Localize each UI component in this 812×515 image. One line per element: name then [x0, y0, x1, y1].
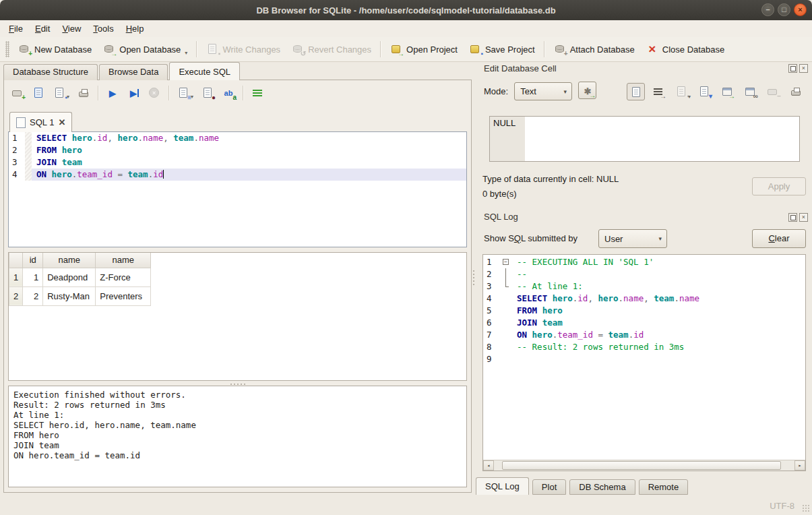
code-line: 3-- At line 1: — [483, 280, 805, 293]
line-number: 2 — [483, 268, 501, 280]
float-panel-icon[interactable] — [788, 64, 797, 73]
fold-margin — [501, 317, 512, 329]
sql-editor-tab[interactable]: SQL 1 ✕ — [9, 112, 72, 132]
export-cell-data-button[interactable]: → — [718, 83, 737, 100]
text-mode-button[interactable] — [627, 83, 645, 100]
sql-editor[interactable]: 1SELECT hero.id, hero.name, team.name2FR… — [8, 131, 467, 247]
find-button[interactable]: ● — [201, 86, 214, 100]
horizontal-scrollbar[interactable]: ◂ ▸ — [483, 460, 805, 471]
execution-log[interactable]: Execution finished without errors. Resul… — [8, 386, 467, 487]
clear-log-button[interactable]: Clear — [752, 229, 806, 248]
close-panel-icon[interactable]: × — [799, 213, 808, 222]
toolbar-label: Write Changes — [222, 44, 280, 55]
line-number: 4 — [9, 169, 25, 181]
results-table: idnamename11DeadpondZ-Force22Rusty-ManPr… — [9, 253, 151, 306]
title-bar[interactable]: DB Browser for SQLite - /home/user/code/… — [0, 0, 812, 20]
scroll-left-icon[interactable]: ◂ — [483, 460, 494, 471]
save-project-button[interactable]: ▪Save Project — [463, 40, 540, 59]
collapse-icon[interactable]: − — [503, 259, 509, 265]
maximize-button[interactable]: □ — [778, 3, 790, 16]
new-database-button[interactable]: +New Database — [12, 40, 97, 59]
chevron-down-icon[interactable]: ▾ — [185, 50, 187, 56]
print-cell-button[interactable] — [787, 83, 805, 100]
tab-database-structure[interactable]: Database Structure — [3, 64, 98, 80]
word-wrap-button[interactable]: → — [650, 83, 668, 100]
cell-value-editor[interactable]: NULL — [489, 116, 800, 162]
close-tab-icon[interactable]: ✕ — [58, 117, 65, 127]
results-grid[interactable]: idnamename11DeadpondZ-Force22Rusty-ManPr… — [8, 252, 467, 381]
menu-help[interactable]: Help — [120, 22, 150, 36]
menu-tools[interactable]: Tools — [87, 22, 119, 36]
resize-grip[interactable] — [802, 504, 810, 512]
menu-view[interactable]: View — [56, 22, 87, 36]
dock-tab-db-schema[interactable]: DB Schema — [569, 479, 635, 495]
close-panel-icon[interactable]: × — [799, 64, 808, 73]
code-line: 9 — [483, 353, 805, 365]
tab-browse-data[interactable]: Browse Data — [99, 64, 168, 80]
table-cell[interactable]: Rusty-Man — [43, 286, 96, 305]
close-button[interactable]: × — [794, 3, 807, 16]
mode-label: Mode: — [484, 86, 508, 96]
line-number: 2 — [9, 144, 25, 156]
dock-tab-plot[interactable]: Plot — [532, 479, 566, 495]
import-cell-data-button[interactable]: ▾ — [695, 83, 714, 100]
save-results-button[interactable]: ≡▾ — [177, 86, 193, 100]
dock-tab-sql-log[interactable]: SQL Log — [476, 477, 529, 495]
dock-tab-remote[interactable]: Remote — [639, 479, 689, 495]
table-cell[interactable]: 2 — [23, 286, 43, 305]
column-header[interactable]: name — [96, 253, 151, 268]
table-cell[interactable]: 1 — [23, 268, 43, 286]
cell-mode-select[interactable]: Text ▾ — [514, 82, 572, 100]
line-number: 1 — [483, 256, 501, 268]
find-icon: ● — [201, 86, 214, 100]
auto-format-sql-button[interactable] — [251, 86, 264, 100]
mode-config-button[interactable]: ✱→ — [578, 82, 596, 99]
toolbar-drag-handle[interactable] — [5, 41, 9, 57]
find-replace-button[interactable]: aba — [222, 86, 235, 100]
scroll-right-icon[interactable]: ▸ — [794, 460, 805, 471]
open-sql-file-button[interactable] — [32, 86, 45, 100]
export-cell-data-icon: → — [720, 85, 734, 98]
menu-edit[interactable]: Edit — [29, 22, 56, 36]
toolbar-separator — [243, 86, 243, 100]
code-line: 1−-- EXECUTING ALL IN 'SQL 1' — [483, 256, 805, 268]
main-tab-bar: Database StructureBrowse DataExecute SQL — [3, 62, 241, 80]
close-database-button[interactable]: ×Close Database — [640, 40, 730, 59]
auto-format-sql-icon — [251, 86, 264, 100]
sql-log-view[interactable]: 1−-- EXECUTING ALL IN 'SQL 1'2--3-- At l… — [482, 254, 806, 471]
column-header[interactable]: name — [43, 253, 96, 268]
table-cell[interactable]: Deadpond — [43, 268, 96, 286]
sql-log-filter-select[interactable]: User ▾ — [598, 229, 667, 248]
execute-all-button[interactable]: ▶ — [106, 86, 119, 100]
table-cell[interactable]: Preventers — [96, 286, 151, 305]
new-sql-tab-icon: + — [11, 86, 24, 100]
attach-database-button[interactable]: +Attach Database — [548, 40, 640, 59]
row-header[interactable]: 2 — [9, 286, 23, 305]
column-header[interactable]: id — [23, 253, 43, 268]
float-panel-icon[interactable] — [788, 213, 797, 222]
tab-execute-sql[interactable]: Execute SQL — [169, 62, 240, 80]
copy-cell-link-icon: ∞ — [743, 85, 757, 98]
print-cell-icon — [789, 85, 803, 98]
scrollbar-thumb[interactable] — [502, 461, 781, 470]
cell-size-info: 0 byte(s) — [482, 189, 517, 199]
open-database-button[interactable]: →Open Database▾ — [97, 40, 193, 59]
print-sql-button[interactable] — [77, 86, 90, 100]
open-database-icon: → — [102, 42, 116, 56]
apply-button[interactable]: Apply — [752, 177, 806, 195]
execute-current-line-button[interactable]: ▶ — [127, 86, 140, 100]
minimize-button[interactable]: – — [761, 3, 774, 16]
line-number: 1 — [9, 132, 25, 144]
new-sql-tab-button[interactable]: + — [11, 86, 24, 100]
open-project-button[interactable]: →Open Project — [384, 40, 463, 59]
set-null-button: − — [764, 83, 782, 100]
save-sql-file-button[interactable]: ▪▾ — [53, 86, 69, 100]
fold-margin — [25, 169, 32, 181]
window-controls: –□× — [761, 3, 807, 16]
table-cell[interactable]: Z-Force — [96, 268, 151, 286]
menu-file[interactable]: File — [3, 22, 29, 36]
toolbar-separator — [98, 86, 98, 100]
row-header[interactable]: 1 — [9, 268, 23, 286]
copy-cell-link-button[interactable]: ∞ — [741, 83, 759, 100]
fold-margin — [501, 268, 512, 280]
